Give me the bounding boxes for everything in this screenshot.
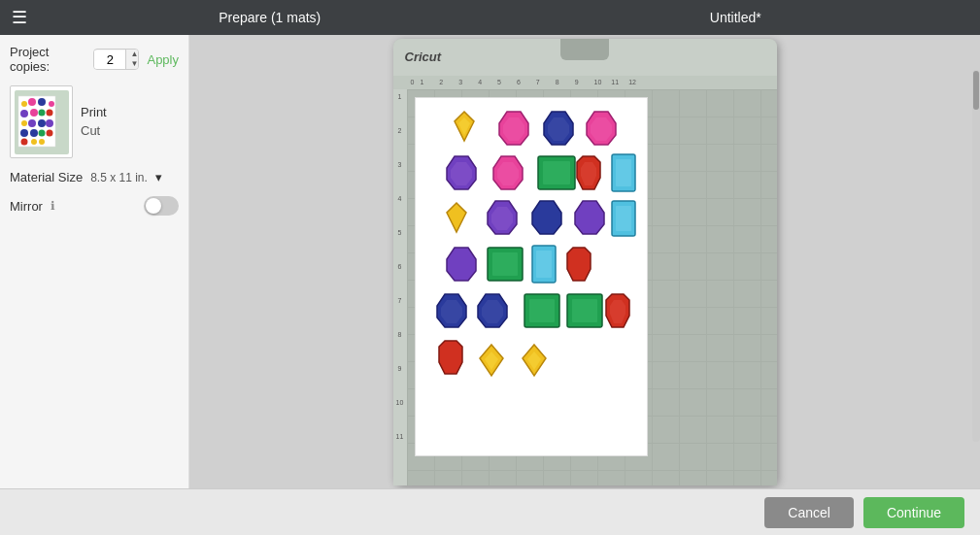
- ruler-horizontal: 0 1 2 3 4 5 6 7 8 9 10 11 12: [393, 76, 777, 89]
- scrollbar[interactable]: [972, 70, 980, 442]
- copies-up-button[interactable]: ▲: [126, 50, 139, 59]
- svg-point-12: [38, 119, 46, 127]
- mat-body: 12345 67891011: [393, 89, 777, 485]
- project-copies-row: Project copies: ▲ ▼ Apply: [10, 45, 179, 74]
- scrollbar-thumb: [973, 71, 979, 110]
- mat-header: Cricut: [393, 39, 777, 76]
- mat-thumbnail-row: Print Cut: [10, 85, 179, 158]
- svg-point-15: [30, 129, 38, 137]
- sidebar: Project copies: ▲ ▼ Apply: [0, 35, 189, 488]
- svg-point-14: [20, 129, 28, 137]
- svg-point-4: [38, 98, 46, 106]
- svg-marker-43: [575, 201, 604, 234]
- mat-grip: [560, 39, 609, 60]
- mirror-label: Mirror: [10, 199, 43, 214]
- mirror-toggle[interactable]: [144, 196, 179, 216]
- copies-input-wrapper: ▲ ▼: [93, 49, 139, 70]
- mat-thumb-svg: [13, 88, 71, 156]
- svg-rect-57: [529, 299, 555, 322]
- apply-button[interactable]: Apply: [147, 52, 179, 67]
- cutting-mat: Cricut 0 1 2 3 4 5 6 7 8 9 10 11 12: [393, 39, 777, 485]
- print-label: Print: [81, 104, 107, 121]
- ruler-vertical: 12345 67891011: [393, 89, 407, 485]
- continue-button[interactable]: Continue: [863, 497, 964, 528]
- svg-marker-42: [532, 201, 561, 234]
- mat-label: Print Cut: [81, 104, 107, 139]
- mat-thumbnail[interactable]: [10, 85, 73, 158]
- canvas-area: Cricut 0 1 2 3 4 5 6 7 8 9 10 11 12: [189, 35, 980, 488]
- mat-grid-area: [407, 89, 777, 485]
- copies-down-button[interactable]: ▼: [126, 59, 139, 69]
- svg-point-11: [28, 119, 36, 127]
- svg-point-13: [46, 119, 53, 127]
- svg-point-6: [20, 110, 28, 117]
- document-title: Untitled*: [503, 10, 969, 25]
- material-size-dropdown[interactable]: 8.5 x 11 in.: [90, 171, 148, 184]
- svg-rect-48: [492, 252, 518, 276]
- main-content: Project copies: ▲ ▼ Apply: [0, 35, 980, 488]
- material-size-row: Material Size 8.5 x 11 in. ▾: [10, 170, 179, 184]
- svg-point-8: [38, 109, 45, 116]
- project-copies-label: Project copies:: [10, 45, 85, 74]
- info-icon[interactable]: ℹ: [51, 199, 55, 213]
- svg-point-3: [28, 98, 36, 106]
- svg-point-20: [39, 139, 45, 145]
- copies-input[interactable]: [94, 50, 125, 69]
- svg-rect-38: [616, 159, 631, 186]
- svg-point-16: [38, 129, 45, 136]
- svg-point-5: [49, 101, 54, 107]
- svg-rect-45: [616, 206, 631, 231]
- mirror-row: Mirror ℹ: [10, 196, 179, 216]
- copies-spinners: ▲ ▼: [125, 50, 139, 69]
- svg-marker-51: [567, 248, 591, 281]
- bottom-bar: Cancel Continue: [0, 488, 980, 535]
- svg-marker-46: [447, 248, 476, 281]
- svg-point-9: [46, 109, 52, 116]
- cancel-button[interactable]: Cancel: [764, 497, 854, 528]
- svg-point-19: [31, 139, 37, 145]
- app-title: Prepare (1 mats): [37, 10, 503, 25]
- svg-point-17: [46, 129, 52, 136]
- svg-rect-59: [572, 299, 597, 322]
- svg-rect-50: [536, 251, 552, 278]
- cut-label: Cut: [81, 122, 107, 140]
- top-bar: ☰ Prepare (1 mats) Untitled*: [0, 0, 980, 35]
- menu-icon[interactable]: ☰: [12, 7, 27, 28]
- svg-rect-34: [543, 161, 570, 184]
- cricut-logo: Cricut: [405, 50, 442, 64]
- print-area: [415, 97, 648, 456]
- svg-point-10: [21, 120, 27, 126]
- material-size-label: Material Size: [10, 170, 83, 184]
- svg-point-18: [20, 138, 27, 145]
- svg-marker-39: [447, 203, 466, 232]
- svg-point-2: [21, 101, 27, 107]
- toggle-knob: [146, 198, 161, 214]
- svg-marker-62: [439, 341, 462, 374]
- svg-point-7: [30, 109, 38, 117]
- gems-svg: [420, 104, 643, 449]
- dropdown-chevron-icon: ▾: [155, 170, 162, 184]
